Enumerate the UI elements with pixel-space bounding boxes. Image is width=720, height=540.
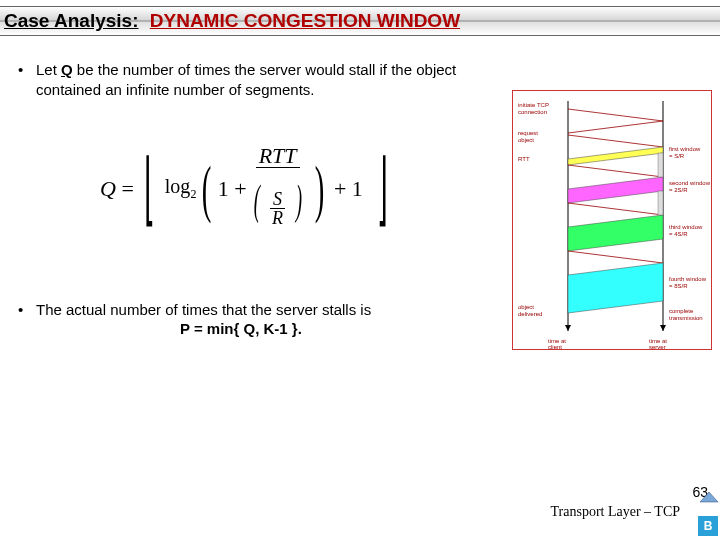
bullet1-post: be the number of times the server would … [36, 61, 456, 98]
svg-line-4 [568, 109, 663, 121]
svg-marker-14 [658, 153, 663, 177]
svg-marker-9 [568, 177, 663, 203]
slide: Case Analysis: DYNAMIC CONGESTION WINDOW… [0, 0, 720, 540]
bullet-2: • The actual number of times that the se… [18, 300, 498, 320]
formula-inner-frac: S R [269, 190, 286, 229]
bullet-dot: • [18, 60, 36, 101]
svg-line-12 [568, 251, 663, 263]
timing-diagram: initiate TCP connection request object R… [512, 90, 712, 350]
formula-log-text: log [165, 175, 191, 197]
formula-eq: = [116, 176, 134, 201]
title-part1: Case Analysis: [4, 10, 138, 31]
formula-outer-frac: RTT ( S R ) [247, 145, 309, 232]
formula-S: S [270, 190, 285, 209]
badge-button[interactable]: B [698, 516, 718, 536]
formula-rtt: RTT [256, 145, 300, 168]
bullet-list-2: • The actual number of times that the se… [18, 300, 498, 320]
badge-label: B [704, 519, 713, 533]
svg-marker-16 [700, 492, 718, 502]
footer-label: Transport Layer – TCP [551, 504, 681, 520]
lbl-comp: complete [669, 308, 694, 314]
lbl-w2b: = 2S/R [669, 187, 688, 193]
svg-line-8 [568, 165, 663, 177]
formula-plus1: + 1 [330, 176, 367, 202]
formula: Q = ⌊ log2 ( 1 + RTT ( S R ) ) + 1 ⌋ [100, 145, 398, 232]
slide-title: Case Analysis: DYNAMIC CONGESTION WINDOW [0, 10, 460, 32]
lbl-w3: third window [669, 224, 703, 230]
svg-marker-2 [565, 325, 571, 331]
svg-marker-15 [658, 191, 663, 215]
bullet1-pre: Let [36, 61, 61, 78]
bullet-1-text: Let Q be the number of times the server … [36, 60, 498, 101]
lbl-req2: object [518, 137, 534, 143]
lbl-w3b: = 4S/R [669, 231, 688, 237]
bullet-list-1: • Let Q be the number of times the serve… [18, 60, 498, 111]
bullet-2-text: The actual number of times that the serv… [36, 300, 371, 320]
lbl-cl: client [548, 344, 562, 350]
timing-diagram-svg: initiate TCP connection request object R… [513, 91, 713, 351]
lbl-req1: request [518, 130, 538, 136]
formula-Q: Q [100, 176, 116, 201]
lbl-init1: initiate TCP [518, 102, 549, 108]
svg-marker-7 [568, 147, 663, 165]
svg-line-6 [568, 135, 663, 147]
inner-paren-left-icon: ( [253, 168, 259, 232]
p-equation: P = min{ Q, K-1 }. [180, 320, 302, 337]
svg-marker-3 [660, 325, 666, 331]
formula-lhs: Q = [100, 176, 134, 202]
inner-paren-right-icon: ) [295, 168, 301, 232]
svg-line-10 [568, 203, 663, 215]
paren-right-icon: ) [314, 157, 324, 221]
bullet-1: • Let Q be the number of times the serve… [18, 60, 498, 101]
lbl-rtt: RTT [518, 156, 530, 162]
lbl-w1b: = S/R [669, 153, 685, 159]
svg-marker-11 [568, 215, 663, 251]
svg-marker-13 [568, 263, 663, 313]
formula-R: R [269, 209, 286, 229]
paren-left-icon: ( [202, 157, 212, 221]
formula-inner-frac-wrap: ( S R ) [247, 168, 309, 232]
lbl-w1: first window [669, 146, 701, 152]
lbl-w4b: = 8S/R [669, 283, 688, 289]
title-part2: DYNAMIC CONGESTION WINDOW [144, 10, 460, 31]
floor-left-icon: ⌊ [144, 149, 155, 229]
bullet1-Q: Q [61, 61, 73, 78]
lbl-w4: fourth window [669, 276, 707, 282]
formula-log: log2 [165, 175, 197, 202]
formula-one-plus: 1 + [218, 176, 247, 202]
lbl-init2: connection [518, 109, 547, 115]
lbl-trans: transmission [669, 315, 703, 321]
title-bar: Case Analysis: DYNAMIC CONGESTION WINDOW [0, 6, 720, 36]
lbl-obj: object [518, 304, 534, 310]
formula-log-sub: 2 [190, 187, 196, 201]
floor-right-icon: ⌋ [377, 149, 388, 229]
up-arrow-icon[interactable] [698, 490, 720, 504]
svg-line-5 [568, 121, 663, 133]
bullet-dot: • [18, 300, 36, 320]
lbl-w2: second window [669, 180, 711, 186]
lbl-sv: server [649, 344, 666, 350]
lbl-deliv: delivered [518, 311, 542, 317]
